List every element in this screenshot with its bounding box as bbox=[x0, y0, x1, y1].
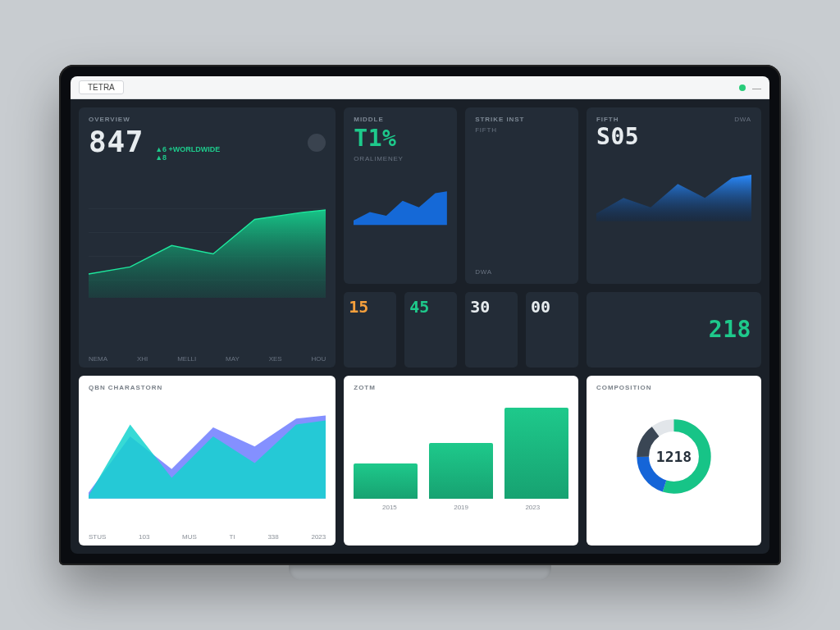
donut-label: COMPOSITION bbox=[596, 384, 751, 391]
middle-area-chart bbox=[354, 162, 447, 250]
stat-mid-0[interactable]: 15 bbox=[344, 292, 396, 368]
app-window: TETRA — OVERVIEW 847 6 +WORLDWIDE 8 bbox=[71, 76, 769, 554]
strike-sub: DWA bbox=[475, 268, 568, 276]
laptop-frame: TETRA — OVERVIEW 847 6 +WORLDWIDE 8 bbox=[59, 65, 781, 565]
card-bars[interactable]: ZOTM 201520192023 bbox=[344, 376, 578, 546]
bar-chart bbox=[354, 391, 568, 499]
overview-label: OVERVIEW bbox=[89, 116, 326, 123]
qbn-area-chart bbox=[89, 391, 326, 511]
bars-title: ZOTM bbox=[354, 384, 568, 391]
bar-0 bbox=[354, 463, 418, 499]
stat-row-mid: 15 45 30 00 bbox=[344, 292, 578, 368]
overview-value: 847 bbox=[89, 125, 144, 158]
card-overview[interactable]: OVERVIEW 847 6 +WORLDWIDE 8 bbox=[79, 107, 336, 368]
middle-sub: ORALIMENEY bbox=[354, 155, 447, 162]
s05-side: DWA bbox=[734, 116, 751, 123]
middle-value: T1% bbox=[354, 125, 447, 152]
middle-label: MIDDLE bbox=[354, 116, 447, 123]
value-218: 218 bbox=[709, 316, 751, 343]
card-strike[interactable]: STRIKE INST FIFTH DWA bbox=[465, 107, 578, 284]
overview-delta: 6 +WORLDWIDE bbox=[155, 145, 220, 153]
overview-delta-2: 8 bbox=[155, 153, 220, 162]
avatar-icon[interactable] bbox=[308, 134, 326, 152]
bars-xaxis: 201520192023 bbox=[354, 504, 568, 511]
window-tab[interactable]: TETRA bbox=[79, 80, 124, 94]
overview-area-chart bbox=[89, 162, 326, 327]
qbn-title: QBN CHARASTORN bbox=[89, 384, 326, 391]
dashboard-grid: OVERVIEW 847 6 +WORLDWIDE 8 bbox=[71, 99, 769, 554]
strike-label: STRIKE INST bbox=[475, 116, 568, 123]
bar-1 bbox=[429, 443, 493, 499]
window-min-icon[interactable]: — bbox=[752, 83, 761, 93]
card-middle[interactable]: MIDDLE T1% ORALIMENEY bbox=[344, 107, 457, 284]
overview-xaxis: NEMAXHIMELLI MAYXESHOU bbox=[89, 355, 326, 363]
card-s05[interactable]: FIFTH DWA S05 bbox=[587, 107, 761, 284]
s05-value: S05 bbox=[596, 123, 751, 150]
status-indicator-icon bbox=[739, 84, 746, 91]
stat-mid-1[interactable]: 45 bbox=[404, 292, 457, 368]
stat-mid-3[interactable]: 00 bbox=[526, 292, 578, 368]
card-donut[interactable]: COMPOSITION 1218 bbox=[587, 376, 761, 546]
card-qbn[interactable]: QBN CHARASTORN STUS103MUS TI3382023 bbox=[79, 376, 336, 546]
s05-area-chart bbox=[596, 150, 751, 238]
donut-center-value: 1218 bbox=[596, 391, 751, 522]
card-218[interactable]: 218 bbox=[587, 292, 761, 368]
qbn-xaxis: STUS103MUS TI3382023 bbox=[89, 533, 326, 541]
stat-mid-2[interactable]: 30 bbox=[465, 292, 518, 368]
bar-2 bbox=[504, 408, 568, 499]
titlebar: TETRA — bbox=[71, 76, 769, 99]
